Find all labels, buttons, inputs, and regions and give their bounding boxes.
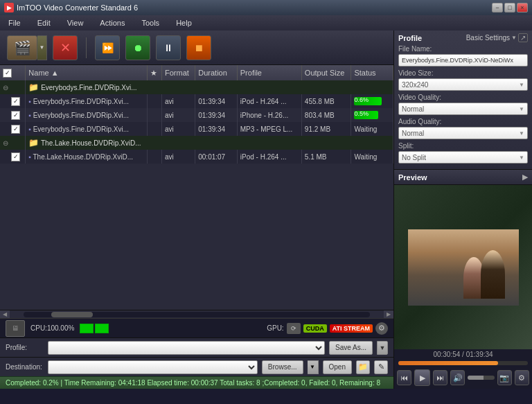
delete-button[interactable]: ✕	[53, 35, 78, 60]
row-checkbox[interactable]: ✓	[11, 152, 20, 161]
group-row-1[interactable]: ⊖ 📁 Everybodys.Fine.DVDRip.Xvi...	[0, 80, 393, 94]
expand-icon[interactable]: ↗	[518, 33, 528, 42]
profile-select[interactable]	[48, 341, 325, 355]
minimize-button[interactable]: −	[492, 3, 503, 12]
scroll-right[interactable]: ▶	[384, 310, 393, 319]
folder-button[interactable]: 📁	[356, 360, 370, 374]
cuda-badge[interactable]: CUDA	[303, 324, 327, 333]
save-as-button[interactable]: Save As...	[329, 341, 373, 355]
left-panel: 🎬 ▼ ✕ ⏩ ⏺ ⏸ ⏹	[0, 30, 393, 389]
table-row[interactable]: ✓ ▪ The.Lake.House.DVDRip.XviD... avi 00…	[0, 150, 393, 164]
duration-cell: 00:01:07	[195, 150, 238, 164]
group-name-2: 📁 The.Lake.House.DVDRip.XviD...	[26, 136, 393, 150]
star-cell[interactable]	[148, 108, 162, 122]
col-format[interactable]: Format	[162, 65, 195, 80]
status-bar: Completed: 0.2% | Time Remaining: 04:41:…	[0, 376, 393, 389]
menu-view[interactable]: View	[64, 17, 87, 28]
table-row[interactable]: ✓ ▪ Everybodys.Fine.DVDRip.Xvi... avi 01…	[0, 94, 393, 108]
volume-button[interactable]: 🔊	[450, 370, 465, 385]
star-cell[interactable]	[148, 150, 162, 164]
scroll-left[interactable]: ◀	[0, 310, 10, 319]
add-dropdown[interactable]: ▼	[37, 35, 47, 60]
volume-slider[interactable]	[468, 376, 494, 380]
videosize-select[interactable]: 320x240 ▼	[398, 78, 528, 91]
convert-button[interactable]: ⏩	[95, 35, 120, 60]
format-cell: avi	[162, 94, 195, 108]
menu-tools[interactable]: Tools	[139, 17, 162, 28]
col-size[interactable]: Output Size	[301, 65, 351, 80]
row-checkbox[interactable]: ✓	[11, 97, 20, 106]
preview-expand-button[interactable]: ▶	[522, 173, 528, 182]
browse-dropdown[interactable]: ▼	[308, 360, 319, 374]
group-row-2[interactable]: ⊖ 📁 The.Lake.House.DVDRip.XviD...	[0, 136, 393, 150]
open-button[interactable]: Open	[323, 360, 352, 374]
col-duration[interactable]: Duration	[195, 65, 238, 80]
videosize-label: Video Size:	[398, 69, 528, 77]
menu-actions[interactable]: Actions	[97, 17, 127, 28]
table-row[interactable]: ✓ ▪ Everybodys.Fine.DVDRip.Xvi... avi 01…	[0, 108, 393, 122]
destination-select[interactable]	[48, 360, 258, 374]
menu-edit[interactable]: Edit	[35, 17, 53, 28]
row-checkbox[interactable]: ✓	[11, 125, 20, 134]
video-figure-right	[481, 250, 505, 299]
file-name-cell: ▪ Everybodys.Fine.DVDRip.Xvi...	[26, 122, 148, 136]
next-button[interactable]: ⏭	[433, 370, 447, 385]
col-star[interactable]: ★	[148, 65, 162, 80]
add-button[interactable]: 🎬	[7, 35, 37, 60]
stop-button[interactable]: ⏹	[186, 35, 211, 60]
pause-button[interactable]: ⏸	[156, 35, 181, 60]
check-cell[interactable]: ✓	[0, 122, 26, 136]
toolbar: 🎬 ▼ ✕ ⏩ ⏺ ⏸ ⏹	[0, 30, 393, 65]
destination-row: Destination: Browse... ▼ Open 📁 ✎	[0, 357, 393, 376]
file-table-container[interactable]: ✓ Name ▲ ★ Format Duration Profile Outpu…	[0, 65, 393, 310]
check-cell[interactable]: ✓	[0, 108, 26, 122]
check-cell[interactable]: ✓	[0, 94, 26, 108]
row-checkbox[interactable]: ✓	[11, 111, 20, 120]
status-text: Completed: 0.2% | Time Remaining: 04:41:…	[6, 379, 380, 387]
preview-section: Preview ▶ 00:30:54 / 01:39:34 ⏮ ▶	[394, 170, 532, 389]
table-row[interactable]: ✓ ▪ Everybodys.Fine.DVDRip.Xvi... avi 01…	[0, 122, 393, 136]
scroll-track[interactable]	[24, 312, 370, 317]
save-as-dropdown[interactable]: ▼	[377, 341, 388, 355]
menu-file[interactable]: File	[6, 17, 24, 28]
screenshot-button[interactable]: 📷	[497, 370, 512, 385]
gpu-toggle[interactable]: ⟳	[287, 323, 301, 334]
preview-progress-bar[interactable]	[398, 361, 528, 365]
settings-button[interactable]: ⚙	[515, 370, 529, 385]
maximize-button[interactable]: □	[504, 3, 515, 12]
col-name[interactable]: Name ▲	[26, 65, 148, 80]
edit-button[interactable]: ✎	[374, 360, 388, 374]
duration-cell: 01:39:34	[195, 122, 238, 136]
preview-controls: ⏮ ▶ ⏭ 🔊 📷 ⚙	[394, 367, 532, 389]
play-button[interactable]: ⏺	[125, 35, 150, 60]
play-pause-button[interactable]: ▶	[414, 369, 430, 386]
col-profile[interactable]: Profile	[237, 65, 301, 80]
star-cell[interactable]	[148, 94, 162, 108]
scroll-thumb[interactable]	[51, 312, 93, 317]
format-cell: avi	[162, 108, 195, 122]
profile-cell: iPod - H.264 ...	[237, 150, 301, 164]
file-name-cell: ▪ The.Lake.House.DVDRip.XviD...	[26, 150, 148, 164]
window-controls[interactable]: − □ ×	[492, 3, 528, 12]
gpu-settings-button[interactable]: ⚙	[375, 322, 388, 335]
basic-settings-button[interactable]: Basic Settings ▼ ↗	[466, 33, 528, 42]
profile-cell: iPhone - H.26...	[237, 108, 301, 122]
select-all-checkbox[interactable]: ✓	[3, 69, 12, 78]
prev-button[interactable]: ⏮	[397, 370, 411, 385]
browse-button[interactable]: Browse...	[262, 360, 303, 374]
ati-badge[interactable]: ATI STREAM	[330, 324, 373, 333]
horizontal-scrollbar[interactable]: ◀ ▶	[0, 310, 393, 318]
filename-input[interactable]: Everybodys.Fine.DVDRip.XViD-NeDiWx	[398, 54, 528, 67]
close-button[interactable]: ×	[517, 3, 528, 12]
cpu-label: CPU:100.00%	[30, 324, 74, 332]
menu-help[interactable]: Help	[173, 17, 195, 28]
group-expand-2[interactable]: ⊖	[0, 136, 26, 150]
star-cell[interactable]	[148, 122, 162, 136]
audioquality-select[interactable]: Normal ▼	[398, 127, 528, 139]
preview-progress-fill	[398, 361, 498, 365]
check-cell[interactable]: ✓	[0, 150, 26, 164]
group-expand-1[interactable]: ⊖	[0, 80, 26, 94]
group-name-1: 📁 Everybodys.Fine.DVDRip.Xvi...	[26, 80, 393, 94]
videoquality-select[interactable]: Normal ▼	[398, 103, 528, 115]
split-select[interactable]: No Split ▼	[398, 151, 528, 164]
